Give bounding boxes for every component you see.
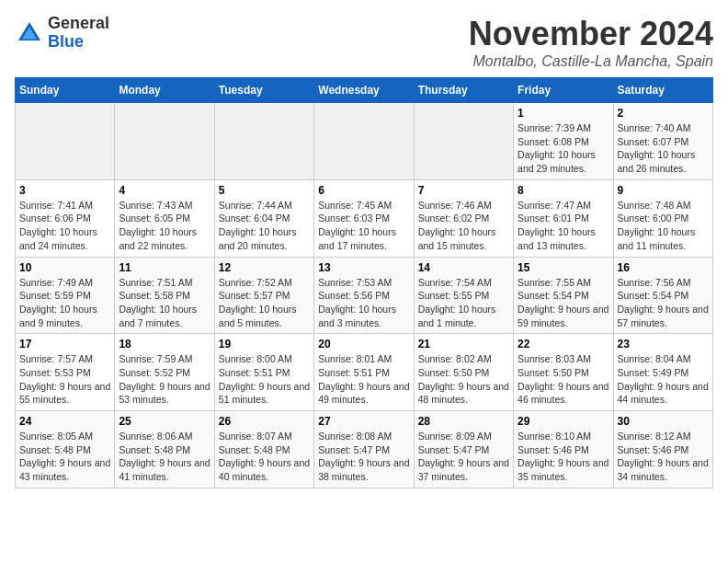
day-number: 25 — [119, 415, 210, 428]
day-info: Sunrise: 7:47 AM Sunset: 6:01 PM Dayligh… — [518, 199, 609, 253]
day-number: 30 — [618, 415, 709, 428]
day-info: Sunrise: 7:53 AM Sunset: 5:56 PM Dayligh… — [318, 276, 409, 330]
calendar-cell: 26Sunrise: 8:07 AM Sunset: 5:48 PM Dayli… — [214, 411, 313, 488]
day-number: 9 — [618, 184, 709, 197]
calendar-cell: 9Sunrise: 7:48 AM Sunset: 6:00 PM Daylig… — [613, 179, 712, 257]
day-number: 13 — [318, 261, 409, 274]
calendar-cell: 14Sunrise: 7:54 AM Sunset: 5:55 PM Dayli… — [414, 257, 513, 334]
calendar-cell: 24Sunrise: 8:05 AM Sunset: 5:48 PM Dayli… — [16, 411, 115, 488]
day-info: Sunrise: 7:45 AM Sunset: 6:03 PM Dayligh… — [318, 199, 409, 253]
day-number: 19 — [219, 338, 310, 350]
calendar-cell: 6Sunrise: 7:45 AM Sunset: 6:03 PM Daylig… — [314, 179, 414, 257]
calendar-cell: 28Sunrise: 8:09 AM Sunset: 5:47 PM Dayli… — [414, 411, 513, 488]
calendar-cell: 11Sunrise: 7:51 AM Sunset: 5:58 PM Dayli… — [115, 257, 214, 334]
calendar-cell: 1Sunrise: 7:39 AM Sunset: 6:08 PM Daylig… — [514, 103, 613, 180]
day-info: Sunrise: 7:48 AM Sunset: 6:00 PM Dayligh… — [618, 199, 709, 253]
calendar-cell — [115, 103, 214, 180]
day-number: 5 — [219, 184, 310, 197]
calendar-cell: 2Sunrise: 7:40 AM Sunset: 6:07 PM Daylig… — [613, 103, 712, 180]
day-number: 3 — [19, 184, 110, 197]
day-number: 29 — [518, 415, 609, 428]
day-info: Sunrise: 8:12 AM Sunset: 5:46 PM Dayligh… — [618, 430, 709, 484]
calendar-cell: 3Sunrise: 7:41 AM Sunset: 6:06 PM Daylig… — [16, 179, 115, 257]
calendar-cell: 29Sunrise: 8:10 AM Sunset: 5:46 PM Dayli… — [514, 411, 613, 488]
calendar-cell: 27Sunrise: 8:08 AM Sunset: 5:47 PM Dayli… — [314, 411, 414, 488]
calendar-cell: 12Sunrise: 7:52 AM Sunset: 5:57 PM Dayli… — [214, 257, 313, 334]
day-number: 28 — [418, 415, 509, 428]
day-info: Sunrise: 7:54 AM Sunset: 5:55 PM Dayligh… — [418, 276, 509, 330]
calendar-cell: 19Sunrise: 8:00 AM Sunset: 5:51 PM Dayli… — [214, 334, 313, 411]
calendar-cell: 30Sunrise: 8:12 AM Sunset: 5:46 PM Dayli… — [613, 411, 712, 488]
calendar-cell: 8Sunrise: 7:47 AM Sunset: 6:01 PM Daylig… — [514, 179, 613, 257]
calendar-cell: 22Sunrise: 8:03 AM Sunset: 5:50 PM Dayli… — [514, 334, 613, 411]
day-number: 15 — [518, 261, 609, 274]
day-number: 16 — [618, 261, 709, 274]
day-info: Sunrise: 7:40 AM Sunset: 6:07 PM Dayligh… — [618, 121, 709, 176]
day-info: Sunrise: 8:07 AM Sunset: 5:48 PM Dayligh… — [219, 430, 310, 484]
day-info: Sunrise: 7:59 AM Sunset: 5:52 PM Dayligh… — [119, 352, 210, 407]
header-cell: Friday — [514, 78, 613, 103]
header-cell: Wednesday — [314, 78, 414, 103]
calendar-cell — [314, 103, 414, 180]
day-info: Sunrise: 7:57 AM Sunset: 5:53 PM Dayligh… — [19, 352, 110, 407]
header-cell: Sunday — [16, 78, 115, 103]
day-number: 14 — [418, 261, 509, 274]
location-title: Montalbo, Castille-La Mancha, Spain — [469, 53, 713, 70]
month-title: November 2024 — [469, 15, 713, 53]
day-number: 4 — [119, 184, 210, 197]
calendar-cell: 4Sunrise: 7:43 AM Sunset: 6:05 PM Daylig… — [115, 179, 214, 257]
day-info: Sunrise: 7:52 AM Sunset: 5:57 PM Dayligh… — [219, 276, 310, 330]
day-number: 26 — [219, 415, 310, 428]
day-number: 17 — [19, 338, 110, 350]
calendar-cell: 18Sunrise: 7:59 AM Sunset: 5:52 PM Dayli… — [115, 334, 214, 411]
day-number: 23 — [618, 338, 709, 350]
logo-text: General Blue — [48, 15, 109, 52]
calendar-week-row: 10Sunrise: 7:49 AM Sunset: 5:59 PM Dayli… — [16, 257, 713, 334]
day-number: 22 — [518, 338, 609, 350]
calendar-cell: 7Sunrise: 7:46 AM Sunset: 6:02 PM Daylig… — [414, 179, 513, 257]
day-info: Sunrise: 7:55 AM Sunset: 5:54 PM Dayligh… — [518, 276, 609, 330]
day-info: Sunrise: 7:44 AM Sunset: 6:04 PM Dayligh… — [219, 199, 310, 253]
day-number: 2 — [618, 107, 709, 120]
logo: General Blue — [15, 15, 109, 52]
day-info: Sunrise: 8:09 AM Sunset: 5:47 PM Dayligh… — [418, 430, 509, 484]
day-number: 1 — [518, 107, 609, 120]
calendar-cell: 10Sunrise: 7:49 AM Sunset: 5:59 PM Dayli… — [16, 257, 115, 334]
header-cell: Monday — [115, 78, 214, 103]
calendar-cell — [16, 103, 115, 180]
day-number: 18 — [119, 338, 210, 350]
day-number: 10 — [19, 261, 110, 274]
day-info: Sunrise: 8:10 AM Sunset: 5:46 PM Dayligh… — [518, 430, 609, 484]
calendar-header: SundayMondayTuesdayWednesdayThursdayFrid… — [16, 78, 713, 103]
calendar-cell: 25Sunrise: 8:06 AM Sunset: 5:48 PM Dayli… — [115, 411, 214, 488]
day-info: Sunrise: 7:46 AM Sunset: 6:02 PM Dayligh… — [418, 199, 509, 253]
day-info: Sunrise: 7:56 AM Sunset: 5:54 PM Dayligh… — [618, 276, 709, 330]
calendar-cell: 16Sunrise: 7:56 AM Sunset: 5:54 PM Dayli… — [613, 257, 712, 334]
day-number: 6 — [318, 184, 409, 197]
day-number: 24 — [19, 415, 110, 428]
calendar-cell: 17Sunrise: 7:57 AM Sunset: 5:53 PM Dayli… — [16, 334, 115, 411]
calendar-cell: 5Sunrise: 7:44 AM Sunset: 6:04 PM Daylig… — [214, 179, 313, 257]
day-info: Sunrise: 8:03 AM Sunset: 5:50 PM Dayligh… — [518, 352, 609, 407]
header-cell: Tuesday — [214, 78, 313, 103]
calendar-week-row: 17Sunrise: 7:57 AM Sunset: 5:53 PM Dayli… — [16, 334, 713, 411]
day-info: Sunrise: 8:08 AM Sunset: 5:47 PM Dayligh… — [318, 430, 409, 484]
calendar-cell: 15Sunrise: 7:55 AM Sunset: 5:54 PM Dayli… — [514, 257, 613, 334]
calendar-cell — [414, 103, 513, 180]
calendar-cell: 13Sunrise: 7:53 AM Sunset: 5:56 PM Dayli… — [314, 257, 414, 334]
day-info: Sunrise: 7:51 AM Sunset: 5:58 PM Dayligh… — [119, 276, 210, 330]
day-number: 27 — [318, 415, 409, 428]
header-cell: Saturday — [613, 78, 712, 103]
day-info: Sunrise: 8:02 AM Sunset: 5:50 PM Dayligh… — [418, 352, 509, 407]
calendar-cell: 23Sunrise: 8:04 AM Sunset: 5:49 PM Dayli… — [613, 334, 712, 411]
page-header: General Blue November 2024 Montalbo, Cas… — [15, 15, 713, 70]
calendar-cell: 21Sunrise: 8:02 AM Sunset: 5:50 PM Dayli… — [414, 334, 513, 411]
calendar-week-row: 1Sunrise: 7:39 AM Sunset: 6:08 PM Daylig… — [16, 103, 713, 180]
calendar-cell — [214, 103, 313, 180]
day-info: Sunrise: 8:06 AM Sunset: 5:48 PM Dayligh… — [119, 430, 210, 484]
header-row: SundayMondayTuesdayWednesdayThursdayFrid… — [16, 78, 713, 103]
day-number: 11 — [119, 261, 210, 274]
day-info: Sunrise: 8:00 AM Sunset: 5:51 PM Dayligh… — [219, 352, 310, 407]
day-number: 8 — [518, 184, 609, 197]
day-info: Sunrise: 7:39 AM Sunset: 6:08 PM Dayligh… — [518, 121, 609, 176]
